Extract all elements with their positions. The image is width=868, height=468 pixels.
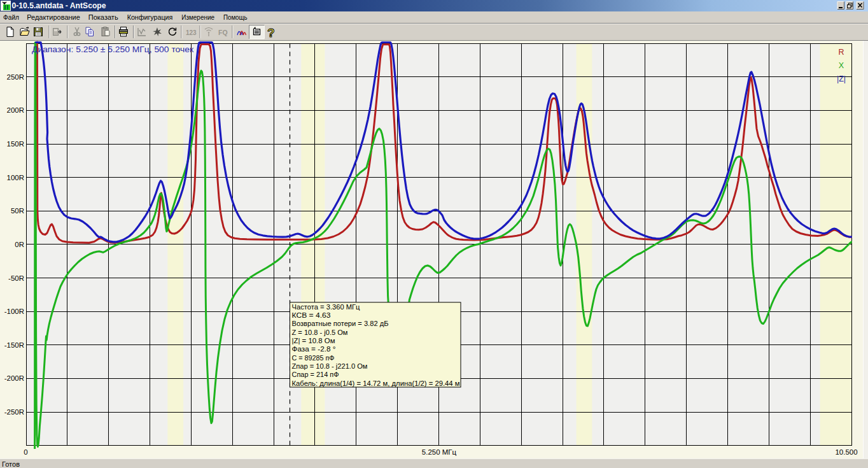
svg-text:250R: 250R xyxy=(7,73,25,81)
svg-text:Готов: Готов xyxy=(2,460,20,468)
svg-text:-50R: -50R xyxy=(8,274,24,282)
svg-text:|Z| = 10.8 Ом: |Z| = 10.8 Ом xyxy=(292,337,335,344)
svg-text:Измерение: Измерение xyxy=(181,13,214,21)
svg-text:Zпар = 10.8 - j221.0 Ом: Zпар = 10.8 - j221.0 Ом xyxy=(292,362,368,370)
svg-text:123: 123 xyxy=(186,29,197,36)
svg-text:Файл: Файл xyxy=(3,13,19,21)
svg-text:Диапазон: 5.250 ± 5.250 МГц, 5: Диапазон: 5.250 ± 5.250 МГц, 500 точек xyxy=(32,45,194,54)
svg-text:R: R xyxy=(838,48,844,57)
svg-text:-250R: -250R xyxy=(4,408,24,416)
svg-text:?: ? xyxy=(267,26,275,39)
svg-text:Показать: Показать xyxy=(88,13,118,21)
svg-text:-150R: -150R xyxy=(4,341,24,349)
svg-text:0-10.5.antdata - AntScope: 0-10.5.antdata - AntScope xyxy=(12,1,106,10)
svg-text:|Z|: |Z| xyxy=(837,74,846,83)
svg-text:150R: 150R xyxy=(7,140,25,148)
svg-text:Кабель: длина(1/4) = 14.72 м,: Кабель: длина(1/4) = 14.72 м, длина(1/2)… xyxy=(292,379,460,387)
svg-text:Спар = 214 пФ: Спар = 214 пФ xyxy=(292,371,339,378)
svg-text:10.500: 10.500 xyxy=(835,448,857,456)
svg-text:-200R: -200R xyxy=(4,374,24,382)
svg-text:Редактирование: Редактирование xyxy=(27,13,80,21)
svg-text:-100R: -100R xyxy=(4,308,24,315)
svg-text:X: X xyxy=(839,61,844,70)
svg-text:Фаза = -2.8 °: Фаза = -2.8 ° xyxy=(292,345,336,353)
svg-text:КСВ = 4.63: КСВ = 4.63 xyxy=(292,311,331,319)
svg-text:200R: 200R xyxy=(7,106,25,114)
svg-text:Конфигурация: Конфигурация xyxy=(127,13,173,21)
svg-text:50R: 50R xyxy=(11,207,24,215)
svg-text:FQ: FQ xyxy=(218,29,228,36)
svg-text:Помощь: Помощь xyxy=(223,13,248,21)
svg-text:0: 0 xyxy=(24,448,27,456)
svg-text:Частота = 3.360 МГц: Частота = 3.360 МГц xyxy=(292,303,361,311)
svg-text:Возвратные потери = 3.82 дБ: Возвратные потери = 3.82 дБ xyxy=(292,320,389,327)
svg-text:С = 89285 пФ: С = 89285 пФ xyxy=(292,354,335,362)
svg-text:Z = 10.8 - j0.5 Ом: Z = 10.8 - j0.5 Ом xyxy=(292,329,348,336)
svg-text:100R: 100R xyxy=(7,174,25,181)
svg-text:5.250 МГц: 5.250 МГц xyxy=(422,448,457,456)
svg-text:0R: 0R xyxy=(15,241,24,248)
